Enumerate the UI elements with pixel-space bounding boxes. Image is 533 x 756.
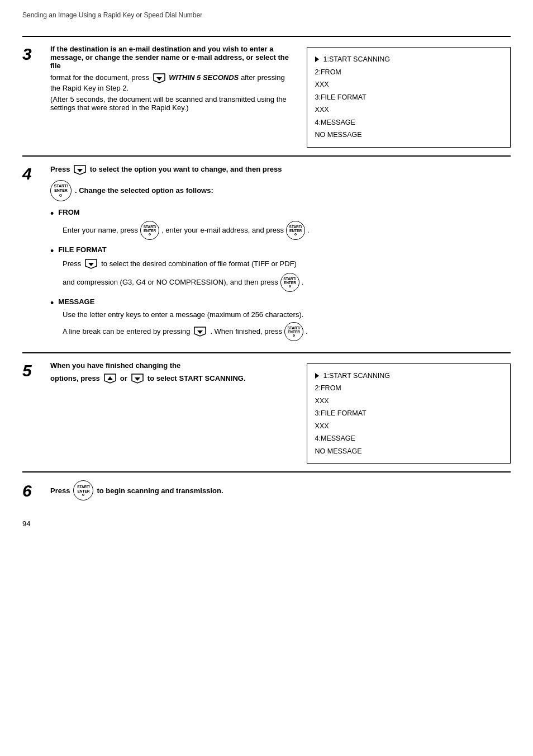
step3-screen-line3: XXX (315, 78, 502, 91)
step4-message-desc2: A line break can be entered by pressing … (63, 322, 511, 341)
step5-screen-box: 1:START SCANNING 2:FROM XXX 3:FILE FORMA… (307, 363, 511, 464)
step5-screen-line6: 4:MESSAGE (315, 432, 502, 445)
step3-block: 3 If the destination is an e-mail destin… (22, 36, 511, 157)
step3-screen-line1: 1:START SCANNING (315, 53, 502, 66)
svg-marker-2 (88, 263, 94, 266)
step4-from-desc: Enter your name, press START/ENTER , ent… (63, 221, 511, 240)
down-arrow-key-icon (151, 73, 169, 82)
from-start-enter-icon1: START/ENTER (140, 221, 159, 240)
step3-screen-line6: 4:MESSAGE (315, 116, 502, 129)
step5-content: When you have finished changing the opti… (50, 361, 511, 464)
step5-screen-line3: XXX (315, 395, 502, 408)
step4-enter-line: START/ ENTER . Change the selected optio… (50, 180, 511, 201)
step5-down-nav-key-icon (130, 373, 145, 384)
step5-up-nav-key-icon (102, 373, 118, 384)
page-header: Sending an Image Using a Rapid Key or Sp… (22, 11, 511, 19)
svg-marker-4 (107, 376, 113, 380)
step6-content: Press START/ENTER to begin scanning and … (50, 480, 223, 500)
step5-text1: When you have finished changing the (50, 361, 296, 370)
step4-block: 4 Press to select the option you want to… (22, 157, 511, 353)
step5-screen-line2: 2:FROM (315, 382, 502, 395)
step3-screen-line4: 3:FILE FORMAT (315, 91, 502, 104)
step4-from-section: • FROM Enter your name, press START/ENTE… (50, 208, 511, 240)
message-start-enter-icon: START/ENTER (284, 322, 303, 341)
step5-screen-arrow-icon (315, 373, 319, 379)
step4-fileformat-desc1: Press to select the desired combination … (63, 258, 511, 270)
svg-marker-0 (156, 77, 162, 81)
step3-screen-col: 1:START SCANNING 2:FROM XXX 3:FILE FORMA… (307, 45, 511, 148)
step3-text-col: If the destination is an e-mail destinat… (50, 45, 296, 148)
step5-or-text: or (120, 374, 127, 382)
svg-marker-5 (135, 377, 140, 381)
step5-screen-line4: 3:FILE FORMAT (315, 407, 502, 420)
from-start-enter-icon2: START/ENTER (286, 221, 305, 240)
step3-screen-line2: 2:FROM (315, 66, 502, 79)
step3-bold-text: WITHIN 5 SECONDS (169, 73, 239, 82)
step4-fileformat-section: • FILE FORMAT Press to select the desire… (50, 245, 511, 292)
svg-marker-1 (77, 169, 83, 172)
fileformat-nav-key-icon (83, 258, 99, 270)
step4-intro-line: Press to select the option you want to c… (50, 164, 511, 176)
page-number: 94 (22, 519, 511, 528)
step3-screen-line7: NO MESSAGE (315, 129, 502, 141)
step4-content: Press to select the option you want to c… (50, 164, 511, 344)
step4-fileformat-desc2: and compression (G3, G4 or NO COMPRESSIO… (63, 273, 511, 292)
step5-text2-line: options, press or (50, 373, 296, 384)
step4-number: 4 (22, 166, 45, 182)
step5-screen-line5: XXX (315, 420, 502, 433)
step4-from-bullet: • FROM (50, 208, 511, 219)
step4-message-section: • MESSAGE Use the letter entry keys to e… (50, 297, 511, 341)
step3-content: If the destination is an e-mail destinat… (50, 45, 511, 148)
step4-message-bullet: • MESSAGE (50, 297, 511, 308)
step4-message-desc1: Use the letter entry keys to enter a mes… (63, 310, 511, 319)
step5-screen-line1: 1:START SCANNING (315, 370, 502, 382)
step5-block: 5 When you have finished changing the op… (22, 353, 511, 473)
step3-main-text: If the destination is an e-mail destinat… (50, 45, 296, 70)
step3-sub-normal: format for the document, press (50, 73, 149, 82)
step3-screen-line5: XXX (315, 103, 502, 116)
step3-sub-text: format for the document, press WITHIN 5 … (50, 73, 296, 92)
step4-nav-key-icon (72, 165, 90, 173)
step3-note: (After 5 seconds, the document will be s… (50, 95, 296, 112)
step6-number: 6 (22, 483, 45, 499)
step3-number: 3 (22, 46, 45, 63)
step5-text-col: When you have finished changing the opti… (50, 361, 296, 464)
step6-block: 6 Press START/ENTER to begin scanning an… (22, 472, 511, 508)
screen-arrow-icon (315, 56, 319, 62)
fileformat-start-enter-icon: START/ENTER (280, 273, 299, 292)
start-enter-button-icon: START/ ENTER (50, 180, 72, 201)
step4-fileformat-bullet: • FILE FORMAT (50, 245, 511, 256)
message-nav-key-icon (192, 326, 208, 337)
step3-screen-box: 1:START SCANNING 2:FROM XXX 3:FILE FORMA… (307, 47, 511, 148)
step5-number: 5 (22, 362, 45, 379)
header-title: Sending an Image Using a Rapid Key or Sp… (22, 11, 202, 19)
step5-screen-line7: NO MESSAGE (315, 445, 502, 458)
svg-marker-3 (197, 330, 203, 334)
step6-start-enter-icon: START/ENTER (73, 480, 93, 500)
step5-screen-col: 1:START SCANNING 2:FROM XXX 3:FILE FORMA… (307, 361, 511, 464)
